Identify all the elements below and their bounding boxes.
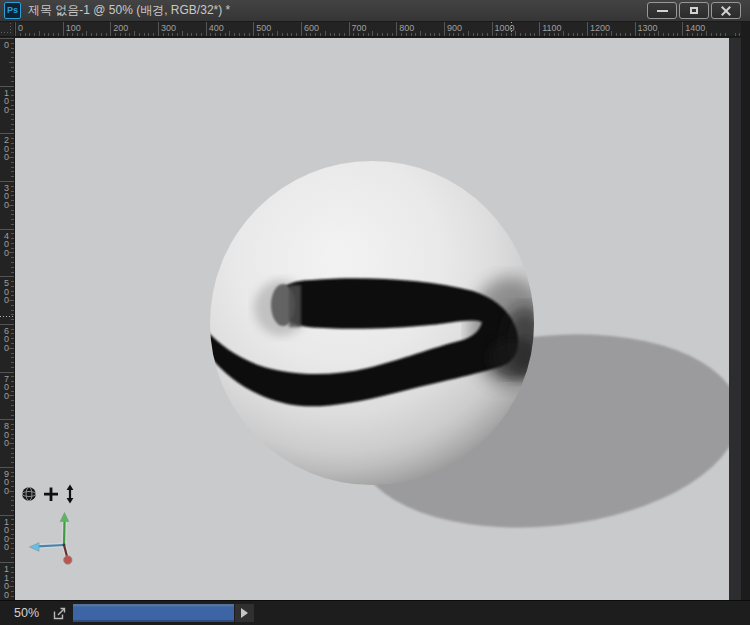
ruler-minor-tick	[11, 519, 14, 520]
ruler-minor-tick	[496, 33, 497, 36]
ruler-minor-tick	[11, 214, 14, 215]
ruler-minor-tick	[673, 33, 674, 36]
maximize-icon	[690, 7, 698, 14]
ruler-minor-tick	[11, 95, 14, 96]
vertical-ruler[interactable]: 01 0 02 0 03 0 04 0 05 0 06 0 07 0 08 0 …	[0, 38, 15, 600]
ruler-minor-tick	[11, 500, 14, 501]
ruler-minor-tick	[11, 100, 14, 101]
ruler-tick	[587, 22, 588, 36]
ruler-minor-tick	[11, 457, 14, 458]
minimize-button[interactable]	[647, 2, 677, 19]
ruler-minor-tick	[630, 33, 631, 36]
ruler-minor-tick	[392, 33, 393, 36]
ruler-minor-tick	[11, 462, 14, 463]
ruler-minor-tick	[11, 272, 14, 273]
ruler-minor-tick	[11, 567, 14, 568]
ruler-minor-tick	[11, 486, 14, 487]
ruler-minor-tick	[11, 52, 14, 53]
ruler-minor-tick	[620, 33, 621, 36]
ruler-minor-tick	[706, 31, 707, 36]
ruler-minor-tick	[353, 33, 354, 36]
photoshop-document-window: Ps 제목 없음-1 @ 50% (배경, RGB/32*) * 0100200…	[0, 0, 750, 625]
ruler-tick	[63, 22, 64, 36]
ruler-minor-tick	[139, 33, 140, 36]
ruler-minor-tick	[11, 376, 14, 377]
ruler-minor-tick	[330, 33, 331, 36]
ruler-tick	[396, 22, 397, 36]
maximize-button[interactable]	[679, 2, 709, 19]
ruler-minor-tick	[439, 33, 440, 36]
ruler-minor-tick	[11, 57, 14, 58]
ruler-minor-tick	[549, 33, 550, 36]
ruler-minor-tick	[9, 109, 14, 110]
ruler-minor-tick	[725, 33, 726, 36]
ruler-label: 1000	[495, 23, 515, 33]
ruler-minor-tick	[11, 553, 14, 554]
camera-orbit-icon[interactable]	[22, 487, 36, 501]
ruler-minor-tick	[11, 286, 14, 287]
ruler-minor-tick	[249, 33, 250, 36]
ruler-minor-tick	[558, 33, 559, 36]
ruler-minor-tick	[115, 33, 116, 36]
ruler-minor-tick	[625, 33, 626, 36]
ruler-minor-tick	[692, 33, 693, 36]
ruler-minor-tick	[11, 43, 14, 44]
ruler-minor-tick	[534, 33, 535, 36]
ruler-minor-tick	[420, 31, 421, 36]
ruler-minor-tick	[144, 33, 145, 36]
ruler-minor-tick	[11, 76, 14, 77]
horizontal-ruler[interactable]: 0100200300400500600700800900100011001200…	[15, 22, 741, 37]
zoom-level-field[interactable]: 50%	[14, 606, 47, 620]
status-menu-button[interactable]	[235, 604, 254, 622]
ruler-minor-tick	[592, 33, 593, 36]
ruler-tick	[301, 22, 302, 36]
ruler-minor-tick	[382, 33, 383, 36]
ruler-minor-tick	[129, 33, 130, 36]
close-button[interactable]	[711, 2, 741, 19]
ruler-minor-tick	[82, 33, 83, 36]
ruler-minor-tick	[220, 33, 221, 36]
ruler-minor-tick	[663, 33, 664, 36]
ruler-minor-tick	[77, 33, 78, 36]
ruler-minor-tick	[11, 386, 14, 387]
ruler-minor-tick	[201, 33, 202, 36]
ruler-minor-tick	[11, 310, 14, 311]
export-icon[interactable]	[52, 606, 67, 621]
canvas-area[interactable]	[15, 38, 729, 600]
ruler-label: 700	[352, 23, 367, 33]
ruler-minor-tick	[406, 33, 407, 36]
title-bar[interactable]: Ps 제목 없음-1 @ 50% (배경, RGB/32*) *	[0, 0, 750, 22]
ruler-minor-tick	[11, 167, 14, 168]
ruler-minor-tick	[86, 31, 87, 36]
ruler-minor-tick	[11, 138, 14, 139]
ruler-label: 200	[113, 23, 128, 33]
window-title: 제목 없음-1 @ 50% (배경, RGB/32*) *	[28, 2, 230, 19]
ruler-minor-tick	[11, 295, 14, 296]
ruler-minor-tick	[11, 367, 14, 368]
ruler-minor-tick	[239, 33, 240, 36]
ruler-minor-tick	[11, 219, 14, 220]
ruler-minor-tick	[11, 233, 14, 234]
ruler-minor-tick	[577, 33, 578, 36]
document-scene[interactable]	[15, 38, 729, 600]
ruler-minor-tick	[58, 33, 59, 36]
render-progress-bar	[73, 604, 234, 622]
ruler-minor-tick	[720, 33, 721, 36]
ruler-minor-tick	[11, 353, 14, 354]
ruler-minor-tick	[544, 33, 545, 36]
ruler-label: 1300	[638, 23, 658, 33]
photoshop-app-icon: Ps	[4, 2, 21, 19]
axis-origin	[63, 544, 66, 547]
ruler-minor-tick	[29, 33, 30, 36]
ruler-minor-tick	[148, 33, 149, 36]
ruler-minor-tick	[368, 33, 369, 36]
ruler-minor-tick	[177, 33, 178, 36]
ruler-minor-tick	[11, 405, 14, 406]
ruler-corner[interactable]	[0, 22, 15, 37]
ruler-minor-tick	[11, 48, 14, 49]
ruler-cursor-indicator-y	[0, 316, 14, 317]
ruler-minor-tick	[11, 243, 14, 244]
ruler-minor-tick	[9, 395, 14, 396]
ruler-minor-tick	[425, 33, 426, 36]
ruler-minor-tick	[11, 357, 14, 358]
